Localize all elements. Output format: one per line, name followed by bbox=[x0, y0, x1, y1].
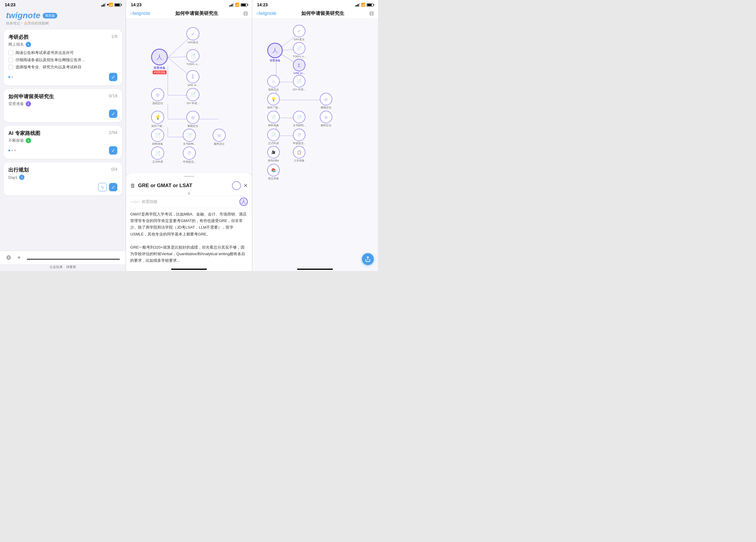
card-title-3: AI 专家路线图 2/94 bbox=[8, 130, 117, 137]
card-grad-apply[interactable]: 如何申请留美研究生 0/18 背景准备 i ✓ bbox=[4, 89, 122, 122]
card-title-4: 出行规划 0/4 bbox=[8, 167, 117, 174]
node-formal-3[interactable]: 📄 正式申请 bbox=[267, 129, 280, 145]
card-subtitle-4: Day1 i bbox=[8, 175, 117, 180]
node-circle-choose-3: ◇ bbox=[267, 75, 280, 88]
node-circle-root: 人 bbox=[151, 49, 168, 65]
node-offer-3[interactable]: 🎥 拿到Offer bbox=[267, 146, 280, 163]
prereq-icon[interactable]: 人 bbox=[239, 198, 248, 206]
list-item[interactable]: 阅读公告和考试承诺书并点击许可 bbox=[8, 50, 117, 56]
card-ai-roadmap[interactable]: AI 专家路线图 2/94 不断探索 i ✓ bbox=[4, 126, 122, 159]
node-howto-3[interactable]: 💡 如何了能... bbox=[267, 93, 280, 110]
node-diy-3[interactable]: 📄 DIY 申请... bbox=[293, 75, 306, 92]
node-material-2[interactable]: 📄 材料准备 bbox=[151, 129, 164, 146]
panel-tree-sheet: 14:23 📶 ‹ twignote 如何申请留美研究生 ⊟ bbox=[126, 0, 252, 271]
node-root-2[interactable]: 人 背景准备 ✗背景准备 bbox=[151, 49, 168, 74]
list-item[interactable]: 仔细阅读各省以及招生单位网报公告并… bbox=[8, 57, 117, 63]
node-gpa-3[interactable]: ✓ GPA算法 bbox=[293, 25, 305, 42]
tree-container-3[interactable]: 人 背景准备 ✓ GPA算法 📄 TOEFL o... Σ GRE pr... … bbox=[252, 19, 378, 267]
status-time-2: 14:23 bbox=[131, 2, 142, 7]
sheet-text-2: GRE一般考到320+就算是比较好的成绩，但光看总分其实不够，因为学校评估的时候… bbox=[130, 244, 248, 264]
node-howto-2[interactable]: 💡 如何了能... bbox=[151, 111, 164, 128]
progress-dots-1 bbox=[8, 76, 13, 78]
card-title-2: 如何申请留美研究生 0/18 bbox=[8, 93, 117, 100]
app-name: twignote bbox=[6, 11, 40, 20]
check-button-2[interactable]: ✓ bbox=[109, 110, 117, 118]
node-status-circle[interactable] bbox=[232, 181, 241, 190]
node-circle-submit-3: ⏱ bbox=[293, 129, 305, 141]
node-text-2[interactable]: 📄 文书材料... bbox=[183, 129, 196, 146]
card-footer-1: ✓ bbox=[8, 73, 117, 81]
close-button[interactable]: ✕ bbox=[243, 182, 248, 189]
node-final-2[interactable]: ◎ 最终定位 bbox=[213, 129, 226, 146]
node-enroll-3[interactable]: 📋 入学准备 bbox=[293, 146, 305, 163]
node-material-3[interactable]: 📄 材料准备 bbox=[267, 111, 280, 128]
node-gpa-2[interactable]: ✓ GPA算法 bbox=[186, 27, 199, 44]
node-deadline-2[interactable]: ◎ 截期定位 bbox=[186, 111, 199, 128]
status-icons-1: ▾📶 bbox=[101, 3, 121, 7]
preview-badge: 预览版 bbox=[43, 13, 57, 19]
node-deadline-3[interactable]: ◎ 截期定位 bbox=[320, 93, 332, 110]
node-label-material-3: 材料准备 bbox=[268, 124, 279, 128]
checkbox[interactable] bbox=[8, 58, 13, 62]
node-circle-material: 📄 bbox=[151, 129, 164, 142]
check-button-1[interactable]: ✓ bbox=[109, 73, 117, 81]
sheet-prereq: —◇— 前置技能 人 bbox=[126, 196, 252, 208]
card-footer-2: ✓ bbox=[8, 110, 117, 118]
filter-icon-3[interactable]: ⊟ bbox=[369, 10, 374, 17]
node-final2-3[interactable]: ◎ 最终定位 bbox=[320, 111, 332, 128]
node-gre-2[interactable]: Σ GRE or... bbox=[186, 70, 199, 87]
filter-icon-2[interactable]: ⊟ bbox=[243, 10, 248, 17]
tree-container-2[interactable]: 人 背景准备 ✗背景准备 ✓ GPA算法 📄 TOEFL o... Σ GRE … bbox=[126, 19, 252, 174]
list-item[interactable]: 选择报考专业、研究方向以及考试科目 bbox=[8, 65, 117, 70]
bottom-sheet: 🗑 GRE or GMAT or LSAT ✕ ∨ —◇— 前置技能 人 GMA… bbox=[126, 174, 252, 271]
card-kaoyanbishen[interactable]: 考研必胜 1/6 网上报名 i 阅读公告和考试承诺书并点击许可 仔细阅读各省以及… bbox=[4, 30, 122, 85]
expand-button[interactable]: ⤡ bbox=[98, 183, 107, 191]
battery-icon-2 bbox=[241, 3, 247, 7]
node-formal-2[interactable]: 📄 正式申请 bbox=[151, 147, 164, 164]
node-label-text: 文书材料... bbox=[183, 142, 196, 146]
progress-dots-3 bbox=[8, 150, 16, 151]
node-choose-3[interactable]: ◇ 选校定位 bbox=[267, 75, 280, 92]
card-title-1: 考研必胜 1/6 bbox=[8, 34, 117, 41]
check-button-3[interactable]: ✓ bbox=[109, 146, 117, 155]
node-root-3[interactable]: 人 背景准备 bbox=[267, 43, 283, 63]
checkbox[interactable] bbox=[8, 50, 13, 55]
status-bar-3: 14:23 📶 bbox=[252, 0, 378, 8]
node-toefl-3[interactable]: 📄 TOEFL o... bbox=[293, 42, 306, 58]
status-time-1: 14:23 bbox=[5, 2, 16, 7]
delete-button[interactable]: 🗑 bbox=[130, 183, 136, 189]
add-icon[interactable]: + bbox=[17, 254, 21, 261]
check-button-4[interactable]: ✓ bbox=[109, 183, 117, 191]
checkbox[interactable] bbox=[8, 65, 13, 70]
node-label-final: 最终定位 bbox=[214, 142, 225, 146]
node-choose-2[interactable]: ◎ 选校定位 bbox=[151, 88, 164, 105]
node-label-formal: 正式申请 bbox=[152, 160, 163, 164]
settings-icon[interactable]: ⚙ bbox=[6, 254, 11, 261]
node-text-3[interactable]: 📄 文书材料... bbox=[293, 111, 306, 128]
sheet-title: GRE or GMAT or LSAT bbox=[136, 183, 232, 189]
dash-icon: —◇— bbox=[130, 200, 140, 204]
node-submit-2[interactable]: ⏱ 申请提交... bbox=[183, 147, 196, 164]
card-travel[interactable]: 出行规划 0/4 Day1 i ⤡ ✓ bbox=[4, 162, 122, 196]
sheet-icons: ✕ bbox=[232, 181, 248, 190]
tag-2: i bbox=[26, 101, 31, 107]
share-button[interactable] bbox=[362, 253, 374, 265]
card-subtitle-2: 背景准备 i bbox=[8, 101, 117, 107]
node-label-diy: DIY 申请... bbox=[187, 102, 199, 105]
node-submit-3[interactable]: ⏱ 申请提交... bbox=[293, 129, 306, 145]
back-button-2[interactable]: ‹ twignote bbox=[130, 11, 150, 16]
node-circle-formal: 📄 bbox=[151, 147, 164, 160]
node-circle-howto: 💡 bbox=[151, 111, 164, 124]
panel-list: 14:23 ▾📶 twignote 预览版 枝条笔记・点亮你的技能树 考研必胜 … bbox=[0, 0, 126, 271]
app-title-row: twignote 预览版 bbox=[6, 11, 120, 20]
sheet-content: GMAT是商学院入学考试，比如MBA、金融、会计、市场营销、酒店管理等专业的同学… bbox=[126, 208, 252, 267]
node-toefl-2[interactable]: 📄 TOEFL o... bbox=[186, 49, 199, 66]
dot-inactive bbox=[11, 150, 13, 151]
back-button-3[interactable]: ‹ twignote bbox=[256, 11, 276, 16]
node-circle-final2-3: ◎ bbox=[320, 111, 332, 123]
node-diy-2[interactable]: 📄 DIY 申请... bbox=[186, 88, 199, 105]
node-gre-3[interactable]: Σ GRE pr... bbox=[293, 59, 305, 75]
node-visa-3[interactable]: 📚 签证准备 bbox=[267, 164, 280, 181]
node-label-formal-3: 正式申请 bbox=[268, 142, 279, 145]
node-label-deadline-3: 截期定位 bbox=[321, 106, 331, 110]
